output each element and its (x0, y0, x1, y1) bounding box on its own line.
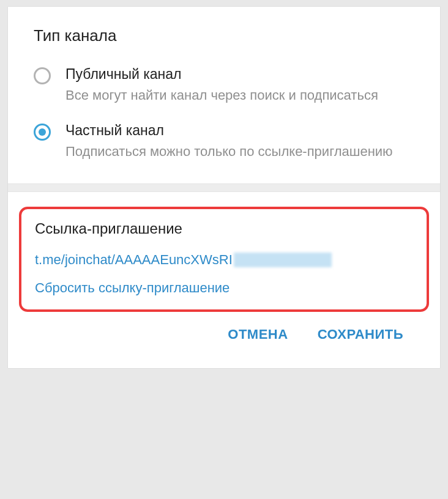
radio-option-public[interactable]: Публичный канал Все могут найти канал че… (34, 66, 414, 105)
dialog-buttons: ОТМЕНА СОХРАНИТЬ (19, 312, 429, 357)
invite-link-hidden (234, 253, 332, 267)
radio-content: Частный канал Подписаться можно только п… (65, 122, 414, 161)
radio-icon (34, 67, 51, 84)
invite-link-row[interactable]: t.me/joinchat/AAAAAEuncXWsRI (35, 252, 413, 268)
save-button[interactable]: СОХРАНИТЬ (318, 327, 403, 342)
invite-link-section: Ссылка-приглашение t.me/joinchat/AAAAAEu… (8, 192, 440, 368)
channel-type-section: Тип канала Публичный канал Все могут най… (8, 7, 440, 183)
invite-title: Ссылка-приглашение (35, 220, 413, 237)
radio-icon-selected (34, 124, 51, 141)
invite-link-text: t.me/joinchat/AAAAAEuncXWsRI (35, 252, 233, 268)
reset-invite-link[interactable]: Сбросить ссылку-приглашение (35, 280, 413, 296)
section-divider (8, 183, 440, 192)
radio-description: Подписаться можно только по ссылке-пригл… (65, 142, 414, 161)
dialog-title: Тип канала (34, 26, 414, 45)
radio-label: Частный канал (65, 122, 414, 139)
cancel-button[interactable]: ОТМЕНА (228, 327, 288, 342)
radio-option-private[interactable]: Частный канал Подписаться можно только п… (34, 122, 414, 161)
radio-description: Все могут найти канал через поиск и подп… (65, 86, 414, 105)
radio-label: Публичный канал (65, 66, 414, 83)
channel-type-dialog: Тип канала Публичный канал Все могут най… (7, 6, 441, 369)
invite-highlight-box: Ссылка-приглашение t.me/joinchat/AAAAAEu… (19, 207, 429, 312)
radio-content: Публичный канал Все могут найти канал че… (65, 66, 414, 105)
